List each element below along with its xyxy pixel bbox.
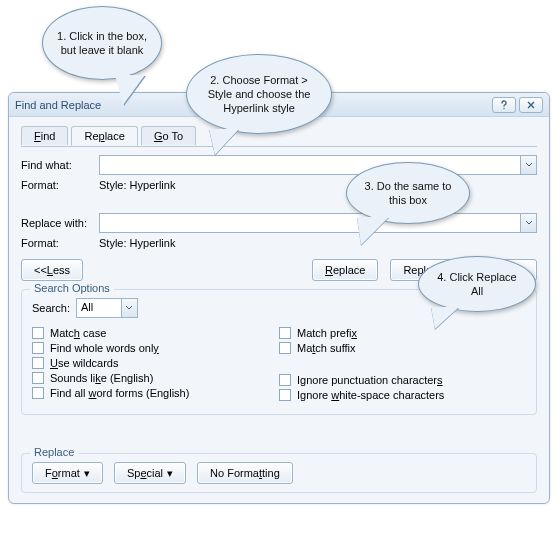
chk-ignore-punct[interactable]: Ignore punctuation characters (279, 374, 526, 386)
callout-2: 2. Choose Format > Style and choose the … (186, 54, 332, 134)
callout-4: 4. Click Replace All (418, 256, 536, 312)
special-button[interactable]: Special ▾ (114, 462, 186, 484)
find-format-label: Format: (21, 179, 99, 191)
replace-with-label: Replace with: (21, 217, 99, 229)
tab-goto[interactable]: Go To (141, 126, 196, 145)
search-direction-label: Search: (32, 302, 70, 314)
replace-group: Replace Format ▾ Special ▾ No Formatting (21, 453, 537, 493)
chk-ignore-ws[interactable]: Ignore white-space characters (279, 389, 526, 401)
find-what-input[interactable] (99, 155, 537, 175)
find-what-dropdown[interactable] (520, 156, 536, 174)
less-button[interactable]: << Less (21, 259, 83, 281)
search-options-legend: Search Options (30, 282, 114, 294)
help-button[interactable] (492, 97, 516, 113)
format-button[interactable]: Format ▾ (32, 462, 103, 484)
chk-sounds-like[interactable]: Sounds like (English) (32, 372, 279, 384)
callout-1: 1. Click in the box, but leave it blank (42, 6, 162, 80)
no-formatting-button[interactable]: No Formatting (197, 462, 293, 484)
replace-with-input[interactable] (99, 213, 537, 233)
find-format-value: Style: Hyperlink (99, 179, 175, 191)
replace-with-dropdown[interactable] (520, 214, 536, 232)
replace-group-legend: Replace (30, 446, 78, 458)
find-what-label: Find what: (21, 159, 99, 171)
close-button[interactable] (519, 97, 543, 113)
chk-match-prefix[interactable]: Match prefix (279, 327, 526, 339)
callout-3-text: 3. Do the same to this box (361, 179, 455, 208)
replace-button[interactable]: Replace (312, 259, 378, 281)
chevron-down-icon (525, 162, 533, 168)
callout-3: 3. Do the same to this box (346, 162, 470, 224)
callout-1-text: 1. Click in the box, but leave it blank (57, 29, 147, 58)
chevron-down-icon (125, 305, 133, 311)
chk-wildcards[interactable]: Use wildcards (32, 357, 279, 369)
callout-4-text: 4. Click Replace All (433, 270, 521, 299)
chevron-down-icon (525, 220, 533, 226)
chk-whole-words[interactable]: Find whole words only (32, 342, 279, 354)
chk-word-forms[interactable]: Find all word forms (English) (32, 387, 279, 399)
chk-match-suffix[interactable]: Match suffix (279, 342, 526, 354)
replace-format-value: Style: Hyperlink (99, 237, 175, 249)
tab-find[interactable]: Find (21, 126, 68, 145)
tab-replace[interactable]: Replace (71, 126, 137, 146)
replace-format-label: Format: (21, 237, 99, 249)
search-direction-select[interactable]: All (76, 298, 138, 318)
search-direction-value: All (81, 301, 93, 313)
close-icon (526, 100, 536, 110)
chk-match-case[interactable]: Match case (32, 327, 279, 339)
search-direction-dropdown[interactable] (121, 299, 137, 317)
help-icon (499, 100, 509, 110)
callout-2-text: 2. Choose Format > Style and choose the … (201, 73, 317, 116)
